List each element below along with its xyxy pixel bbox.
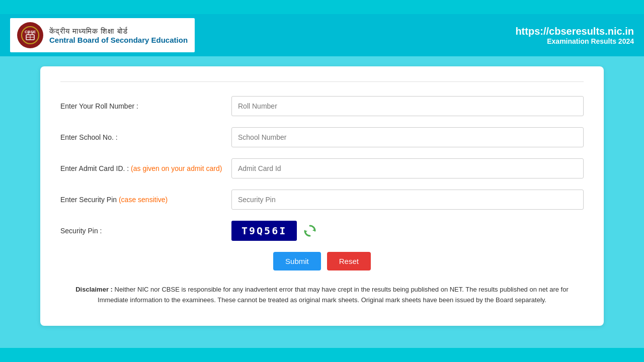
admit-card-input[interactable] xyxy=(231,158,584,178)
captcha-row: Security Pin : T9Q56I xyxy=(60,221,584,241)
cbse-logo: CBSE xyxy=(17,22,43,48)
header: CBSE केंद्रीय माध्यमिक शिक्षा बोर्ड Cent… xyxy=(0,14,644,56)
security-pin-input-row: Enter Security Pin (case sensitive) xyxy=(60,190,584,210)
school-number-row: Enter School No. : xyxy=(60,127,584,147)
disclaimer: Disclaimer : Neither NIC nor CBSE is res… xyxy=(60,285,584,306)
top-bar xyxy=(0,0,644,14)
header-right: https://cbseresults.nic.in Examination R… xyxy=(515,26,634,45)
security-pin-label-prefix: Enter Security Pin xyxy=(60,196,117,204)
security-pin-input-label: Enter Security Pin (case sensitive) xyxy=(60,196,231,204)
admit-card-label-highlight: (as given on your admit card) xyxy=(129,164,222,172)
school-number-input[interactable] xyxy=(231,127,584,147)
roll-number-label: Enter Your Roll Number : xyxy=(60,102,231,110)
bottom-bar xyxy=(0,348,644,362)
security-pin-input[interactable] xyxy=(231,190,584,210)
submit-button[interactable]: Submit xyxy=(273,252,321,270)
admit-card-label-prefix: Enter Admit Card ID. : xyxy=(60,164,129,172)
buttons-row: Submit Reset xyxy=(60,252,584,270)
disclaimer-text: Neither NIC nor CBSE is responsible for … xyxy=(98,286,569,304)
captcha-container: T9Q56I xyxy=(231,221,318,241)
main-content: Enter Your Roll Number : Enter School No… xyxy=(0,56,644,348)
disclaimer-bold: Disclaimer : xyxy=(75,286,113,293)
captcha-value: T9Q56I xyxy=(231,221,297,241)
captcha-label: Security Pin : xyxy=(60,227,231,235)
security-pin-label-highlight: (case sensitive) xyxy=(117,196,168,204)
divider xyxy=(60,81,584,82)
header-title-english: Central Board of Secondary Education xyxy=(49,36,188,44)
roll-number-row: Enter Your Roll Number : xyxy=(60,96,584,116)
admit-card-row: Enter Admit Card ID. : (as given on your… xyxy=(60,158,584,178)
refresh-captcha-icon[interactable] xyxy=(302,223,318,239)
header-title: केंद्रीय माध्यमिक शिक्षा बोर्ड Central B… xyxy=(49,27,188,44)
header-subtitle: Examination Results 2024 xyxy=(515,37,634,45)
svg-text:CBSE: CBSE xyxy=(25,30,36,34)
admit-card-label: Enter Admit Card ID. : (as given on your… xyxy=(60,164,231,172)
header-title-hindi: केंद्रीय माध्यमिक शिक्षा बोर्ड xyxy=(49,27,188,36)
form-card: Enter Your Roll Number : Enter School No… xyxy=(40,66,604,326)
header-url: https://cbseresults.nic.in xyxy=(515,26,634,37)
roll-number-input[interactable] xyxy=(231,96,584,116)
reset-button[interactable]: Reset xyxy=(327,252,371,270)
header-logo-section: CBSE केंद्रीय माध्यमिक शिक्षा बोर्ड Cent… xyxy=(10,18,195,52)
school-number-label: Enter School No. : xyxy=(60,133,231,141)
